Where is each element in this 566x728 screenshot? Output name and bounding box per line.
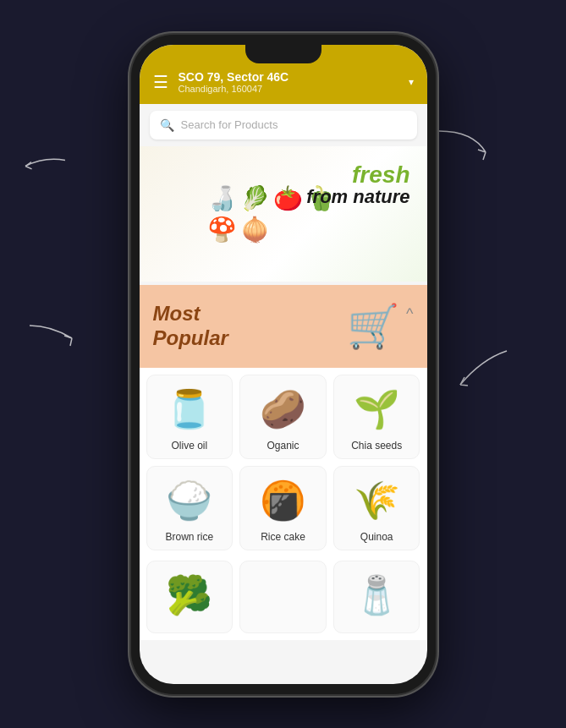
search-input[interactable]: Search for Products xyxy=(181,118,278,131)
most-popular-section[interactable]: Most Popular 🛒 ^ xyxy=(140,285,427,368)
product-card-quinoa[interactable]: 🌾 Quinoa xyxy=(333,466,420,550)
products-grid: 🫙 Olive oil 🥔 Oganic 🌱 Chia seeds xyxy=(146,375,420,550)
product-name-organic: Oganic xyxy=(267,440,299,452)
product-name-chia: Chia seeds xyxy=(351,440,402,452)
product-image-knorr: 🧂 xyxy=(354,570,400,621)
food-tomato: 🍅 xyxy=(273,184,303,212)
product-card-broccoli[interactable]: 🥦 xyxy=(146,561,234,633)
product-card-olive-oil[interactable]: 🫙 Olive oil xyxy=(146,375,234,459)
product-image-chia: 🌱 xyxy=(354,384,400,435)
phone-notch xyxy=(245,45,321,63)
arrow-right-mid xyxy=(448,347,515,403)
most-popular-title: Most Popular xyxy=(153,302,228,351)
address-block[interactable]: SCO 79, Sector 46C Chandigarh, 160047 xyxy=(179,70,398,94)
address-line2: Chandigarh, 160047 xyxy=(179,84,398,94)
product-image-rice-cake: 🍘 xyxy=(260,475,306,526)
phone-screen: ☰ SCO 79, Sector 46C Chandigarh, 160047 … xyxy=(140,45,427,684)
chevron-up-icon[interactable]: ^ xyxy=(406,305,413,323)
product-card-rice-cake[interactable]: 🍘 Rice cake xyxy=(239,466,327,550)
product-card-brown-rice[interactable]: 🍚 Brown rice xyxy=(146,466,234,550)
hero-fresh-label: fresh xyxy=(306,163,409,187)
food-garlic: 🧅 xyxy=(240,216,270,244)
food-chickpeas: 🍶 xyxy=(207,184,237,212)
product-image-broccoli: 🥦 xyxy=(166,570,212,621)
bottom-partial-row: 🥦 🧂 xyxy=(140,557,427,640)
address-line1: SCO 79, Sector 46C xyxy=(179,70,398,84)
partial-grid: 🥦 🧂 xyxy=(146,561,420,633)
scene: ☰ SCO 79, Sector 46C Chandigarh, 160047 … xyxy=(0,0,566,728)
content-area[interactable]: 🍶 🥬 🍅 🫑 🍄 🧅 fresh from nature xyxy=(140,146,427,684)
chevron-down-icon[interactable]: ▾ xyxy=(409,76,414,88)
products-section: 🫙 Olive oil 🥔 Oganic 🌱 Chia seeds xyxy=(140,368,427,557)
menu-icon[interactable]: ☰ xyxy=(153,74,168,90)
product-name-quinoa: Quinoa xyxy=(360,531,393,543)
arrow-left-top xyxy=(14,148,70,188)
search-bar[interactable]: 🔍 Search for Products xyxy=(150,111,417,140)
food-mushroom: 🍄 xyxy=(207,216,237,244)
product-card-chia[interactable]: 🌱 Chia seeds xyxy=(333,375,420,459)
product-image-quinoa: 🌾 xyxy=(354,475,400,526)
product-name-brown-rice: Brown rice xyxy=(165,531,213,543)
hero-banner: 🍶 🥬 🍅 🫑 🍄 🧅 fresh from nature xyxy=(140,146,427,282)
food-greens: 🥬 xyxy=(240,184,270,212)
search-icon: 🔍 xyxy=(160,118,174,132)
product-card-knorr[interactable]: 🧂 xyxy=(333,561,420,633)
product-image-olive-oil: 🫙 xyxy=(166,384,212,435)
arrow-left-mid xyxy=(25,321,76,353)
product-card-organic[interactable]: 🥔 Oganic xyxy=(239,375,327,459)
product-image-brown-rice: 🍚 xyxy=(166,475,212,526)
hero-from-nature-label: from nature xyxy=(306,187,409,207)
basket-icon: 🛒 xyxy=(347,302,399,351)
product-image-organic: 🥔 xyxy=(260,384,306,435)
product-card-partial2[interactable] xyxy=(239,561,327,633)
arrow-right-top xyxy=(431,123,498,171)
hero-text: fresh from nature xyxy=(306,163,409,207)
product-name-olive-oil: Olive oil xyxy=(171,440,207,452)
phone-frame: ☰ SCO 79, Sector 46C Chandigarh, 160047 … xyxy=(131,35,436,694)
product-name-rice-cake: Rice cake xyxy=(261,531,305,543)
